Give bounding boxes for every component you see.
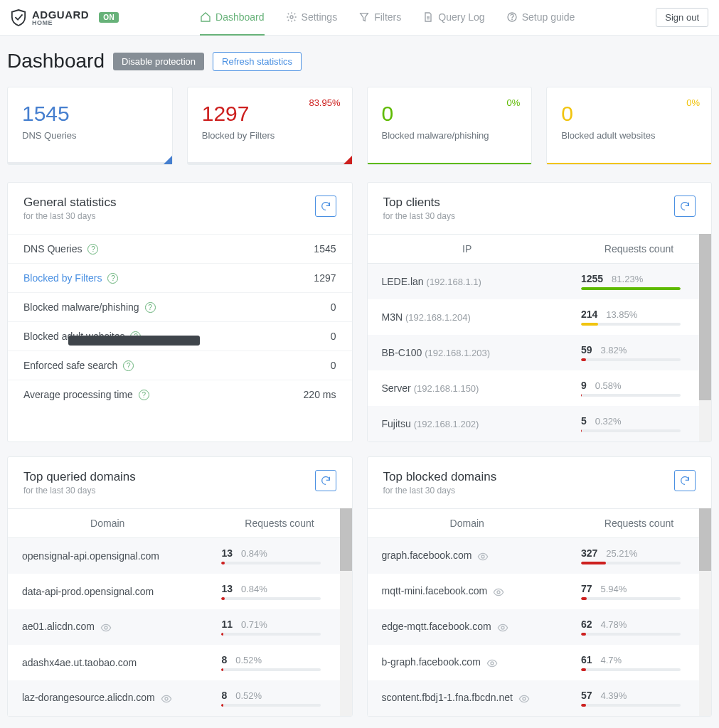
table-row[interactable]: opensignal-api.opensignal.com 130.84% [8,538,352,574]
table-row[interactable]: mqtt-mini.facebook.com 775.94% [368,574,712,609]
stat-blocked-malware[interactable]: 0% 0 Blocked malware/phishing [367,87,533,165]
stat-value: 0 [331,301,336,313]
domain-name: graph.facebook.com [382,550,472,561]
scrollbar[interactable] [340,508,352,716]
count-pct: 4.39% [601,690,627,701]
table-row[interactable]: scontent.fbdj1-1.fna.fbcdn.net 574.39% [368,680,712,716]
help-icon[interactable]: ? [87,244,98,255]
count-pct: 4.7% [601,655,622,665]
panel-general-stats: General statistics for the last 30 days … [7,182,353,442]
table-row[interactable]: adashx4ae.ut.taobao.com 80.52% [8,645,352,680]
eye-icon[interactable] [100,622,112,633]
table-row[interactable]: LEDE.lan (192.168.1.1) 125581.23% [368,264,712,300]
count-value: 214 [581,309,597,320]
panel-subtitle: for the last 30 days [383,211,455,221]
help-icon[interactable]: ? [139,390,149,400]
help-icon[interactable]: ? [107,273,118,284]
progress-bar [581,429,681,432]
progress-bar [221,704,321,707]
client-name: Server [382,382,411,394]
count-pct: 0.52% [235,690,262,701]
count-pct: 0.84% [241,548,267,559]
count-value: 1255 [581,273,603,284]
client-name: M3N [382,311,403,323]
table-row[interactable]: BB-C100 (192.168.1.203) 593.82% [368,335,712,370]
count-pct: 13.85% [606,309,637,320]
panel-top-clients: Top clients for the last 30 days IP Requ… [367,182,713,442]
count-pct: 5.94% [601,584,627,594]
table-row[interactable]: Server (192.168.1.150) 90.58% [368,370,712,406]
eye-icon[interactable] [161,693,172,705]
col-requests: Requests count [567,235,711,264]
table-row[interactable]: graph.facebook.com 32725.21% [368,538,712,574]
domain-name: adashx4ae.ut.taobao.com [22,657,137,668]
help-icon[interactable]: ? [123,360,134,371]
eye-icon[interactable] [497,622,508,633]
stat-blocked-filters[interactable]: 83.95% 1297 Blocked by Filters [187,87,353,165]
refresh-button[interactable] [315,470,336,491]
table-row[interactable]: data-api-prod.opensignal.com 130.84% [8,574,352,609]
nav-settings[interactable]: Settings [286,0,338,36]
title-row: Dashboard Disable protection Refresh sta… [7,50,712,73]
stat-row[interactable]: Blocked by Filters?1297 [8,264,352,293]
svg-point-8 [491,662,494,665]
nav-dashboard[interactable]: Dashboard [200,0,265,36]
eye-icon[interactable] [493,587,504,598]
stat-blocked-adult[interactable]: 0% 0 Blocked adult websites [546,87,712,165]
count-value: 5 [581,415,587,427]
eye-icon[interactable] [477,551,489,562]
client-ip: (192.168.1.204) [405,312,471,323]
refresh-statistics-button[interactable]: Refresh statistics [213,52,302,71]
table-row[interactable]: Fujitsu (192.168.1.202) 50.32% [368,406,712,441]
count-value: 57 [581,690,592,701]
domain-name: b-graph.facebook.com [382,656,481,668]
eye-icon[interactable] [486,658,498,669]
scrollbar[interactable] [699,234,711,441]
client-name: LEDE.lan [382,276,424,287]
status-badge: ON [99,12,119,23]
count-pct: 0.58% [595,380,622,391]
table-row[interactable]: edge-mqtt.facebook.com 624.78% [368,609,712,645]
nav-querylog[interactable]: Query Log [422,0,484,36]
table-row[interactable]: M3N (192.168.1.204) 21413.85% [368,299,712,335]
eye-icon[interactable] [518,693,530,705]
refresh-button[interactable] [674,470,696,491]
svg-point-7 [501,626,504,629]
sign-out-button[interactable]: Sign out [656,8,708,27]
nav-setup[interactable]: Setup guide [506,0,575,36]
count-value: 8 [221,654,227,665]
count-pct: 3.82% [601,345,627,355]
progress-bar [581,287,681,290]
stat-dns-queries[interactable]: 1545 DNS Queries [7,87,173,165]
stat-key: DNS Queries [23,243,82,255]
nav-filters[interactable]: Filters [358,0,401,36]
count-value: 327 [581,547,597,559]
logo[interactable]: ADGUARD HOME ON [11,9,119,26]
stat-row: DNS Queries?1545 [8,235,352,264]
progress-bar [221,562,321,564]
table-row[interactable]: laz-dorangesource.alicdn.com 80.52% [8,680,352,716]
help-icon[interactable]: ? [145,302,156,313]
refresh-button[interactable] [674,196,696,217]
disable-protection-button[interactable]: Disable protection [113,53,204,70]
count-value: 62 [581,619,592,630]
col-requests: Requests count [567,509,711,538]
stat-key: Blocked malware/phishing [23,301,139,313]
col-domain: Domain [8,509,207,538]
stat-cards: 1545 DNS Queries 83.95% 1297 Blocked by … [7,87,712,165]
domain-name: laz-dorangesource.alicdn.com [22,692,155,703]
panel-top-queried: Top queried domains for the last 30 days… [7,456,353,717]
panel-title: Top clients [383,196,455,210]
refresh-button[interactable] [315,196,336,217]
domain-name: ae01.alicdn.com [22,621,95,632]
panel-subtitle: for the last 30 days [23,211,116,221]
progress-bar [221,597,321,600]
table-row[interactable]: ae01.alicdn.com 110.71% [8,609,352,645]
table-row[interactable]: b-graph.facebook.com 614.7% [368,645,712,680]
panel-top-blocked: Top blocked domains for the last 30 days… [367,456,713,717]
client-ip: (192.168.1.203) [425,348,490,358]
scrollbar[interactable] [699,508,711,716]
panel-subtitle: for the last 30 days [23,486,136,496]
app-header: ADGUARD HOME ON Dashboard Settings Filte… [0,0,719,36]
domain-name: mqtt-mini.facebook.com [382,585,488,596]
